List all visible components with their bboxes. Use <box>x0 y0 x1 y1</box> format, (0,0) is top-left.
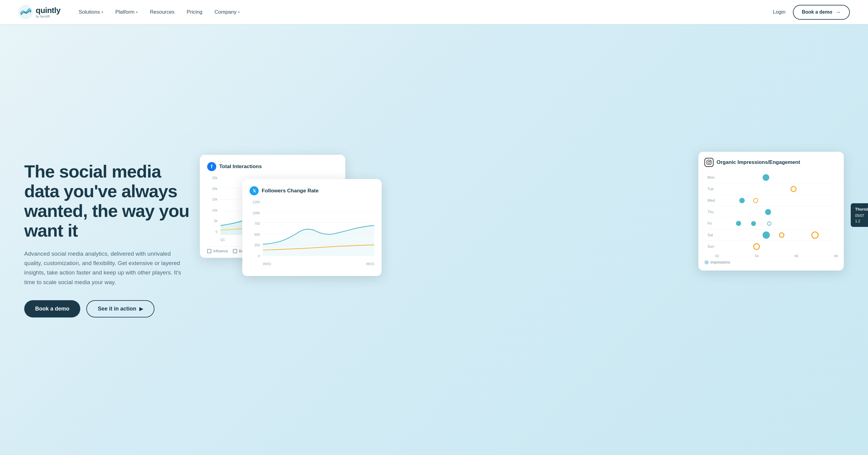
twitter-chart-svg <box>263 200 374 256</box>
chevron-down-icon: ▾ <box>136 10 138 14</box>
nav-pricing[interactable]: Pricing <box>187 9 202 15</box>
logo-name: quintly <box>36 6 61 15</box>
hero-title: The social media data you've always want… <box>24 162 200 241</box>
instagram-card: Organic Impressions/Engagement Mon Tue <box>699 152 844 271</box>
facebook-icon: f <box>207 162 216 171</box>
facebook-card-header: f Total Interactions <box>207 162 338 171</box>
twitter-card: 𝕏 Followers Change Rate 1250 1000 750 50… <box>242 179 382 276</box>
chevron-down-icon: ▾ <box>101 10 103 14</box>
login-link[interactable]: Login <box>773 9 786 15</box>
twitter-y-labels: 1250 1000 750 500 250 0 <box>250 200 262 258</box>
twitter-chart: 1250 1000 750 500 250 0 <box>250 200 374 267</box>
logo-text: quintly by facelift <box>36 6 61 19</box>
nav-solutions[interactable]: Solutions ▾ <box>79 9 103 15</box>
nav-platform[interactable]: Platform ▾ <box>115 9 138 15</box>
dot-row-wed: Wed <box>708 195 835 206</box>
book-demo-hero-button[interactable]: Book a demo <box>24 300 80 317</box>
instagram-dot-chart: Mon Tue Wed <box>705 172 838 252</box>
instagram-x-axis: 02 04 06 08 <box>705 252 838 258</box>
svg-point-14 <box>708 161 710 163</box>
logo-icon <box>18 5 33 20</box>
nav-right: Login Book a demo → <box>773 5 850 20</box>
facebook-y-labels: 25k 20k 15k 10k 5k 0 <box>207 176 219 234</box>
hero-content: The social media data you've always want… <box>24 162 200 317</box>
logo[interactable]: quintly by facelift <box>18 5 61 20</box>
facebook-card-title: Total Interactions <box>219 163 262 170</box>
dot-row-sat: Sat <box>708 229 835 241</box>
twitter-icon: 𝕏 <box>250 186 259 195</box>
navbar: quintly by facelift Solutions ▾ Platform… <box>0 0 868 24</box>
twitter-x-labels: 09/01 09/15 <box>263 261 374 267</box>
instagram-card-header: Organic Impressions/Engagement <box>705 158 838 167</box>
benchmark-legend-icon <box>233 249 237 253</box>
tooltip: Thursday 05/07 1.2 <box>851 203 868 227</box>
influence-legend-icon <box>207 249 211 253</box>
instagram-card-title: Organic Impressions/Engagement <box>717 159 800 165</box>
nav-resources[interactable]: Resources <box>150 9 175 15</box>
svg-point-15 <box>710 161 711 161</box>
instagram-icon <box>705 158 714 167</box>
impressions-legend-dot <box>705 260 709 265</box>
nav-links: Solutions ▾ Platform ▾ Resources Pricing… <box>79 9 773 15</box>
see-in-action-button[interactable]: See it in action ▶ <box>86 300 154 317</box>
dot-row-thu: Thu Thursday 05/07 1.2 <box>708 206 835 218</box>
hero-section: The social media data you've always want… <box>0 24 868 455</box>
chevron-down-icon: ▾ <box>238 10 240 14</box>
instagram-legend: Impressions <box>705 260 838 265</box>
play-icon: ▶ <box>139 306 143 312</box>
dot-row-sun: Sun <box>708 241 835 252</box>
hero-visual: f Total Interactions 25k 20k 15k 10k 5k … <box>200 149 850 331</box>
dot-row-tue: Tue <box>708 183 835 195</box>
twitter-card-header: 𝕏 Followers Change Rate <box>250 186 374 195</box>
dot-row-fri: Fri <box>708 218 835 229</box>
logo-sub: by facelift <box>36 14 61 18</box>
book-demo-nav-button[interactable]: Book a demo → <box>793 5 850 20</box>
svg-rect-13 <box>707 160 711 165</box>
nav-company[interactable]: Company ▾ <box>214 9 240 15</box>
arrow-icon: → <box>835 9 841 16</box>
hero-buttons: Book a demo See it in action ▶ <box>24 300 200 317</box>
dot-row-mon: Mon <box>708 172 835 183</box>
hero-description: Advanced social media analytics, deliver… <box>24 249 182 287</box>
twitter-card-title: Followers Change Rate <box>262 188 319 194</box>
